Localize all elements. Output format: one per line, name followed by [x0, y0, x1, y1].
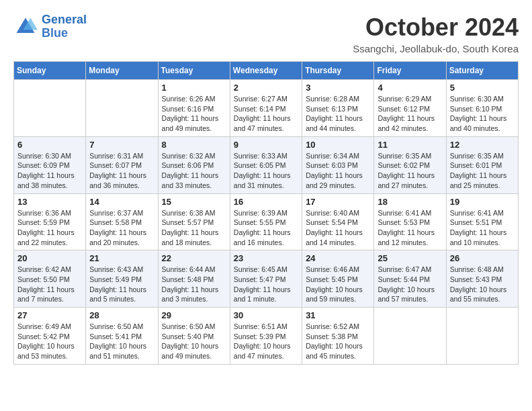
day-number: 3: [306, 83, 370, 93]
logo-text: General Blue: [42, 13, 87, 40]
day-number: 26: [450, 253, 515, 263]
calendar-cell: 22Sunrise: 6:44 AMSunset: 5:48 PMDayligh…: [158, 250, 230, 308]
calendar-cell: 25Sunrise: 6:47 AMSunset: 5:44 PMDayligh…: [374, 250, 446, 308]
day-info: Sunrise: 6:45 AMSunset: 5:47 PMDaylight:…: [234, 265, 298, 304]
day-number: 6: [17, 140, 82, 150]
calendar-table: SundayMondayTuesdayWednesdayThursdayFrid…: [13, 61, 519, 365]
logo: General Blue: [13, 13, 87, 40]
calendar-cell: 14Sunrise: 6:37 AMSunset: 5:58 PMDayligh…: [86, 193, 158, 250]
calendar-cell: 23Sunrise: 6:45 AMSunset: 5:47 PMDayligh…: [230, 250, 302, 308]
day-number: 29: [162, 310, 226, 320]
day-number: 24: [306, 253, 370, 263]
calendar-cell: 19Sunrise: 6:41 AMSunset: 5:51 PMDayligh…: [446, 193, 518, 250]
day-info: Sunrise: 6:40 AMSunset: 5:54 PMDaylight:…: [306, 208, 370, 248]
day-info: Sunrise: 6:41 AMSunset: 5:53 PMDaylight:…: [378, 208, 442, 248]
calendar-cell: 7Sunrise: 6:31 AMSunset: 6:07 PMDaylight…: [86, 136, 158, 193]
calendar-cell: 5Sunrise: 6:30 AMSunset: 6:10 PMDaylight…: [446, 80, 518, 137]
calendar-week-row: 13Sunrise: 6:36 AMSunset: 5:59 PMDayligh…: [14, 193, 519, 250]
calendar-cell: 16Sunrise: 6:39 AMSunset: 5:55 PMDayligh…: [230, 193, 302, 250]
day-number: 30: [234, 310, 298, 320]
calendar-cell: 12Sunrise: 6:35 AMSunset: 6:01 PMDayligh…: [446, 136, 518, 193]
weekday-header-monday: Monday: [86, 62, 158, 80]
day-info: Sunrise: 6:41 AMSunset: 5:51 PMDaylight:…: [450, 208, 515, 248]
calendar-cell: 28Sunrise: 6:50 AMSunset: 5:41 PMDayligh…: [86, 308, 158, 365]
day-number: 7: [89, 140, 154, 150]
calendar-week-row: 20Sunrise: 6:42 AMSunset: 5:50 PMDayligh…: [14, 250, 519, 308]
calendar-week-row: 27Sunrise: 6:49 AMSunset: 5:42 PMDayligh…: [14, 308, 519, 365]
day-info: Sunrise: 6:44 AMSunset: 5:48 PMDaylight:…: [162, 265, 226, 304]
weekday-header-thursday: Thursday: [302, 62, 374, 80]
title-block: October 2024 Ssangchi, Jeollabuk-do, Sou…: [353, 13, 519, 54]
calendar-cell: 20Sunrise: 6:42 AMSunset: 5:50 PMDayligh…: [14, 250, 86, 308]
day-number: 5: [450, 83, 515, 93]
calendar-cell: 30Sunrise: 6:51 AMSunset: 5:39 PMDayligh…: [230, 308, 302, 365]
weekday-header-friday: Friday: [374, 62, 446, 80]
day-info: Sunrise: 6:29 AMSunset: 6:12 PMDaylight:…: [378, 94, 442, 134]
day-info: Sunrise: 6:52 AMSunset: 5:38 PMDaylight:…: [306, 322, 370, 361]
calendar-week-row: 6Sunrise: 6:30 AMSunset: 6:09 PMDaylight…: [14, 136, 519, 193]
calendar-cell: 9Sunrise: 6:33 AMSunset: 6:05 PMDaylight…: [230, 136, 302, 193]
calendar-cell: 2Sunrise: 6:27 AMSunset: 6:14 PMDaylight…: [230, 80, 302, 137]
weekday-header-tuesday: Tuesday: [158, 62, 230, 80]
day-info: Sunrise: 6:50 AMSunset: 5:40 PMDaylight:…: [162, 322, 226, 361]
month-title: October 2024: [353, 13, 519, 42]
day-info: Sunrise: 6:47 AMSunset: 5:44 PMDaylight:…: [378, 265, 442, 304]
day-number: 20: [17, 253, 82, 263]
day-number: 15: [162, 197, 226, 207]
calendar-cell: 18Sunrise: 6:41 AMSunset: 5:53 PMDayligh…: [374, 193, 446, 250]
calendar-cell: [14, 80, 86, 137]
day-number: 4: [378, 83, 442, 93]
calendar-week-row: 1Sunrise: 6:26 AMSunset: 6:16 PMDaylight…: [14, 80, 519, 137]
day-info: Sunrise: 6:34 AMSunset: 6:03 PMDaylight:…: [306, 151, 370, 191]
day-number: 13: [17, 197, 82, 207]
calendar-header-row: SundayMondayTuesdayWednesdayThursdayFrid…: [14, 62, 519, 80]
day-number: 23: [234, 253, 298, 263]
calendar-cell: 11Sunrise: 6:35 AMSunset: 6:02 PMDayligh…: [374, 136, 446, 193]
calendar-cell: 13Sunrise: 6:36 AMSunset: 5:59 PMDayligh…: [14, 193, 86, 250]
day-number: 18: [378, 197, 442, 207]
day-number: 8: [162, 140, 226, 150]
day-number: 16: [234, 197, 298, 207]
calendar-cell: 29Sunrise: 6:50 AMSunset: 5:40 PMDayligh…: [158, 308, 230, 365]
day-info: Sunrise: 6:39 AMSunset: 5:55 PMDaylight:…: [234, 208, 298, 248]
day-number: 31: [306, 310, 370, 320]
calendar-cell: 3Sunrise: 6:28 AMSunset: 6:13 PMDaylight…: [302, 80, 374, 137]
day-info: Sunrise: 6:35 AMSunset: 6:02 PMDaylight:…: [378, 151, 442, 191]
calendar-cell: 1Sunrise: 6:26 AMSunset: 6:16 PMDaylight…: [158, 80, 230, 137]
day-info: Sunrise: 6:26 AMSunset: 6:16 PMDaylight:…: [162, 94, 226, 134]
calendar-cell: 26Sunrise: 6:48 AMSunset: 5:43 PMDayligh…: [446, 250, 518, 308]
day-number: 12: [450, 140, 515, 150]
calendar-cell: 31Sunrise: 6:52 AMSunset: 5:38 PMDayligh…: [302, 308, 374, 365]
day-number: 25: [378, 253, 442, 263]
day-info: Sunrise: 6:37 AMSunset: 5:58 PMDaylight:…: [89, 208, 154, 248]
calendar-cell: [86, 80, 158, 137]
calendar-cell: 27Sunrise: 6:49 AMSunset: 5:42 PMDayligh…: [14, 308, 86, 365]
day-info: Sunrise: 6:42 AMSunset: 5:50 PMDaylight:…: [17, 265, 82, 304]
day-info: Sunrise: 6:36 AMSunset: 5:59 PMDaylight:…: [17, 208, 82, 248]
logo-general: General: [42, 13, 87, 26]
logo-blue: Blue: [42, 26, 68, 40]
day-info: Sunrise: 6:33 AMSunset: 6:05 PMDaylight:…: [234, 151, 298, 191]
day-number: 27: [17, 310, 82, 320]
day-number: 2: [234, 83, 298, 93]
day-info: Sunrise: 6:31 AMSunset: 6:07 PMDaylight:…: [89, 151, 154, 191]
calendar-cell: 6Sunrise: 6:30 AMSunset: 6:09 PMDaylight…: [14, 136, 86, 193]
calendar-cell: 21Sunrise: 6:43 AMSunset: 5:49 PMDayligh…: [86, 250, 158, 308]
day-info: Sunrise: 6:28 AMSunset: 6:13 PMDaylight:…: [306, 94, 370, 134]
calendar-cell: 4Sunrise: 6:29 AMSunset: 6:12 PMDaylight…: [374, 80, 446, 137]
day-number: 28: [89, 310, 154, 320]
day-info: Sunrise: 6:43 AMSunset: 5:49 PMDaylight:…: [89, 265, 154, 304]
day-number: 22: [162, 253, 226, 263]
day-info: Sunrise: 6:30 AMSunset: 6:09 PMDaylight:…: [17, 151, 82, 191]
day-number: 9: [234, 140, 298, 150]
calendar-cell: 17Sunrise: 6:40 AMSunset: 5:54 PMDayligh…: [302, 193, 374, 250]
calendar-cell: [446, 308, 518, 365]
logo-icon: [13, 15, 38, 39]
location-subtitle: Ssangchi, Jeollabuk-do, South Korea: [353, 43, 519, 54]
weekday-header-saturday: Saturday: [446, 62, 518, 80]
day-info: Sunrise: 6:48 AMSunset: 5:43 PMDaylight:…: [450, 265, 515, 304]
day-number: 1: [162, 83, 226, 93]
calendar-cell: 15Sunrise: 6:38 AMSunset: 5:57 PMDayligh…: [158, 193, 230, 250]
day-info: Sunrise: 6:50 AMSunset: 5:41 PMDaylight:…: [89, 322, 154, 361]
day-number: 17: [306, 197, 370, 207]
